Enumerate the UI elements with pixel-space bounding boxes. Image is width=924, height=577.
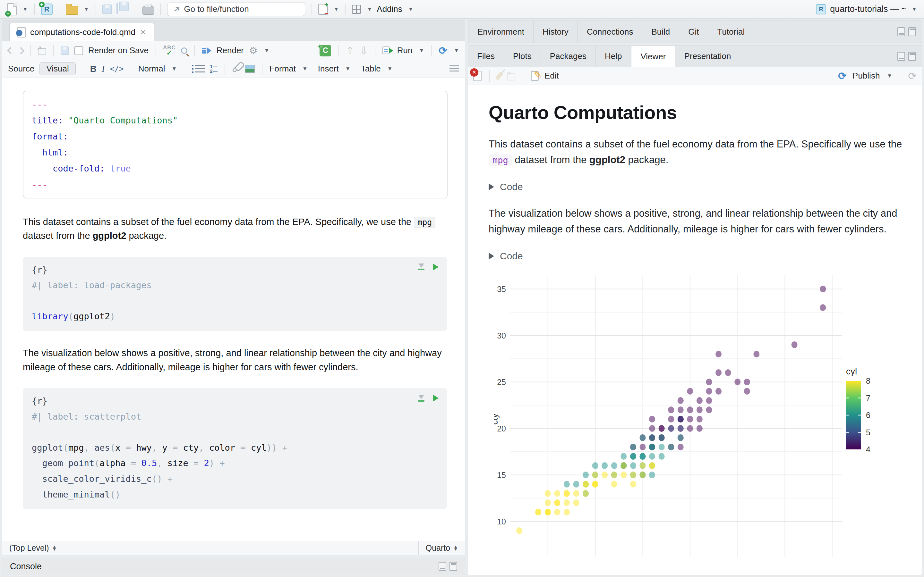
italic-icon[interactable]: I	[102, 64, 105, 74]
tab-environment[interactable]: Environment	[468, 21, 533, 43]
publish-icon[interactable]: ⟳	[838, 70, 846, 82]
code-format-icon[interactable]: </>	[110, 64, 124, 73]
tab-history[interactable]: History	[533, 21, 578, 43]
addins-menu[interactable]: Addins	[376, 4, 402, 14]
tab-viewer[interactable]: Viewer	[631, 46, 675, 67]
data-point	[687, 425, 693, 432]
tab-tutorial[interactable]: Tutorial	[708, 21, 754, 43]
rerun-icon[interactable]: ⟳	[439, 45, 447, 57]
back-icon[interactable]	[7, 47, 15, 54]
run-chunks-above-icon[interactable]	[418, 395, 425, 402]
maximize-icon[interactable]	[449, 562, 457, 571]
editor-paragraph-2[interactable]: The visualization below shows a positive…	[23, 346, 447, 374]
run-chunk-icon[interactable]	[433, 395, 439, 402]
tab-presentation[interactable]: Presentation	[675, 46, 740, 67]
green-bar-icon	[418, 400, 425, 402]
version-control-icon[interactable]	[318, 4, 328, 15]
tab-git[interactable]: Git	[679, 21, 708, 43]
image-icon[interactable]	[245, 65, 255, 73]
new-file-dropdown-caret[interactable]: ▼	[23, 6, 28, 13]
tab-plots[interactable]: Plots	[504, 46, 541, 67]
render-button[interactable]: Render	[216, 45, 244, 55]
minimize-icon[interactable]	[897, 52, 905, 61]
new-project-icon[interactable]: R+	[41, 3, 53, 15]
panes-layout-icon[interactable]	[352, 5, 361, 14]
insert-menu-caret[interactable]: ▼	[345, 66, 351, 72]
new-file-icon[interactable]: +	[7, 3, 17, 15]
open-file-dropdown-caret[interactable]: ▼	[84, 6, 89, 13]
print-icon[interactable]	[142, 6, 154, 15]
console-pane-header[interactable]: Console	[2, 558, 465, 575]
code-fold-toggle-2[interactable]: Code	[489, 251, 922, 261]
find-replace-icon[interactable]	[181, 47, 187, 54]
format-menu-caret[interactable]: ▼	[302, 66, 308, 72]
publish-dropdown-caret[interactable]: ▼	[887, 73, 892, 79]
code-chunk-load-packages[interactable]: {r}#| label: load-packages library(ggplo…	[23, 257, 447, 331]
tab-help[interactable]: Help	[596, 46, 631, 67]
stop-icon[interactable]	[473, 71, 481, 81]
save-all-icon[interactable]	[116, 3, 129, 15]
bullet-list-icon[interactable]	[195, 65, 205, 73]
go-next-section-icon[interactable]: ⇩	[359, 45, 368, 57]
addins-dropdown-caret[interactable]: ▼	[408, 6, 414, 13]
tab-packages[interactable]: Packages	[541, 46, 596, 67]
outline-toggle-icon[interactable]	[449, 65, 459, 73]
link-icon[interactable]	[232, 65, 240, 73]
run-dropdown-caret[interactable]: ▼	[419, 47, 425, 54]
editor-paragraph-1[interactable]: This dataset contains a subset of the fu…	[23, 215, 447, 243]
paragraph-style-select[interactable]: Normal	[138, 64, 165, 74]
source-mode-button[interactable]: Source	[8, 64, 34, 74]
clear-viewer-icon[interactable]	[495, 71, 503, 81]
go-previous-section-icon[interactable]: ⇧	[346, 45, 354, 57]
minimize-icon[interactable]	[897, 27, 905, 36]
render-icon[interactable]	[202, 47, 212, 54]
save-icon[interactable]	[102, 5, 112, 14]
save-document-icon[interactable]	[61, 47, 69, 55]
rerun-dropdown-caret[interactable]: ▼	[454, 47, 459, 54]
run-chunk-icon[interactable]	[433, 263, 439, 271]
forward-icon[interactable]	[17, 47, 25, 54]
project-selector[interactable]: R quarto-tutorials — ~ ▼	[816, 4, 917, 15]
spellcheck-icon[interactable]: ABC✓	[163, 45, 176, 55]
yaml-front-matter-block[interactable]: ---title: "Quarto Computations"format: h…	[23, 91, 447, 198]
publish-button[interactable]: Publish	[853, 71, 880, 81]
editor-tab-filename: computations-code-fold.qmd	[30, 27, 136, 37]
insert-menu[interactable]: Insert	[318, 64, 339, 74]
minimize-icon[interactable]	[439, 562, 446, 571]
visual-mode-button[interactable]: Visual	[39, 62, 75, 75]
format-menu[interactable]: Format	[270, 64, 296, 74]
gear-icon[interactable]: ⚙	[249, 45, 258, 56]
tab-build[interactable]: Build	[642, 21, 679, 43]
maximize-icon[interactable]	[908, 27, 916, 36]
code-fold-toggle-1[interactable]: Code	[489, 181, 922, 192]
paragraph-style-caret[interactable]: ▼	[171, 66, 177, 72]
refresh-icon[interactable]: ⟳	[908, 70, 917, 82]
maximize-icon[interactable]	[908, 52, 916, 61]
close-tab-icon[interactable]: ✕	[140, 28, 146, 37]
tab-files[interactable]: Files	[468, 46, 504, 67]
render-on-save-checkbox[interactable]	[74, 46, 83, 55]
insert-chunk-icon[interactable]: C	[320, 45, 331, 56]
editor-content[interactable]: ---title: "Quarto Computations"format: h…	[2, 78, 465, 541]
run-icon[interactable]	[383, 47, 392, 55]
edit-icon[interactable]	[531, 71, 539, 81]
editor-tab-computations[interactable]: computations-code-fold.qmd ✕	[9, 23, 154, 41]
popout-window-icon[interactable]	[38, 48, 46, 55]
document-type-selector[interactable]: Quarto ▲▼	[418, 541, 465, 555]
tab-connections[interactable]: Connections	[578, 21, 643, 43]
table-menu-caret[interactable]: ▼	[387, 66, 393, 72]
numbered-list-icon[interactable]: 1—2—	[210, 64, 217, 73]
render-options-caret[interactable]: ▼	[264, 47, 270, 54]
bold-icon[interactable]: B	[90, 64, 97, 74]
code-chunk-scatterplot[interactable]: {r}#| label: scatterplot ggplot(mpg, aes…	[23, 388, 447, 509]
run-chunks-above-icon[interactable]	[418, 263, 425, 270]
open-file-icon[interactable]	[66, 6, 78, 15]
version-control-dropdown-caret[interactable]: ▼	[334, 6, 339, 13]
run-button[interactable]: Run	[397, 45, 413, 55]
panes-dropdown-caret[interactable]: ▼	[367, 6, 372, 13]
open-in-browser-icon[interactable]	[507, 73, 515, 81]
goto-file-function-box[interactable]: ➔ Go to file/function	[167, 3, 305, 16]
outline-location-selector[interactable]: (Top Level) ▲▼	[2, 543, 418, 553]
edit-button[interactable]: Edit	[544, 71, 559, 81]
table-menu[interactable]: Table	[361, 64, 381, 74]
